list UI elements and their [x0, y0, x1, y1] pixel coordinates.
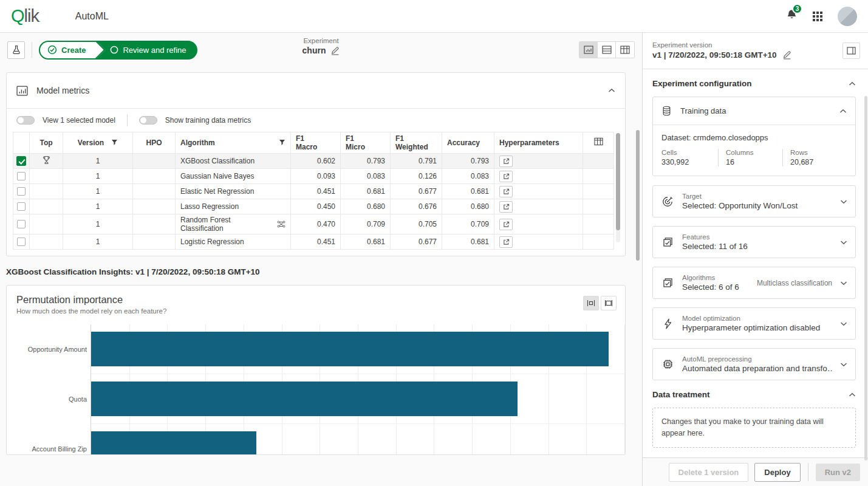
chevron-down-icon[interactable]: [840, 281, 847, 286]
notifications-button[interactable]: 3: [786, 9, 798, 23]
qlik-logo[interactable]: Qlik.: [11, 7, 40, 25]
divider: [808, 463, 808, 481]
edit-pencil-icon[interactable]: [782, 50, 791, 60]
view-selected-model-toggle[interactable]: [16, 116, 35, 125]
algorithm-cell: Random Forest Classification: [176, 214, 291, 234]
chart-expanded-toggle[interactable]: [601, 296, 617, 310]
config-card-value: Hyperparameter optimization disabled: [682, 323, 832, 332]
row-checkbox[interactable]: [17, 238, 26, 246]
algorithm-column-header: Algorithm: [180, 139, 215, 147]
algorithm-cell: Gaussian Naive Bayes: [176, 169, 291, 184]
config-card-note: Multiclass classification: [757, 279, 832, 287]
filler-cell: [583, 154, 614, 169]
f1-micro-cell: 0.793: [341, 154, 391, 169]
category-label: Account Billing Zip: [7, 424, 91, 455]
f1-macro-cell: 0.451: [291, 184, 341, 199]
view-toggle-list[interactable]: [598, 42, 616, 58]
chart-bars-area: [91, 324, 624, 455]
accuracy-cell: 0.709: [442, 214, 494, 234]
show-training-metrics-toggle[interactable]: [139, 116, 157, 125]
row-checkbox[interactable]: [17, 220, 26, 228]
show-training-metrics-label: Show training data metrics: [165, 116, 251, 125]
chart-compact-toggle[interactable]: [583, 296, 599, 310]
edit-pencil-icon[interactable]: [330, 46, 340, 55]
config-card-algorithms[interactable]: AlgorithmsSelected: 6 of 6Multiclass cla…: [652, 267, 856, 299]
algorithm-cell: Logistic Regression: [176, 234, 291, 250]
version-cell: 1: [63, 154, 133, 169]
target-icon: [661, 196, 674, 208]
delete-version-button[interactable]: Delete 1 version: [669, 463, 749, 482]
f1-micro-cell: 0.083: [341, 169, 391, 184]
hpo-cell: [133, 184, 176, 199]
config-card-automl-preprocessing[interactable]: AutoML preprocessingAutomated data prepa…: [652, 348, 856, 380]
f1-micro-cell: 0.681: [341, 234, 391, 250]
accuracy-cell: 0.681: [442, 234, 494, 250]
config-cards: TargetSelected: Opportunity Won/LostFeat…: [652, 185, 856, 380]
row-checkbox[interactable]: [17, 172, 26, 180]
step-create[interactable]: Create: [40, 42, 97, 58]
training-data-card: Training data Dataset: crmdemo.closedopp…: [652, 97, 856, 176]
filler-cell: [583, 214, 614, 234]
training-data-title: Training data: [680, 106, 726, 115]
experiment-flask-button[interactable]: [7, 41, 25, 59]
model-metrics-card: Model metrics View 1 selected model Show…: [6, 72, 626, 256]
bar-chart-icon: [16, 86, 28, 96]
config-card-features[interactable]: FeaturesSelected: 11 of 16: [652, 226, 856, 258]
chart-category-labels: Opportunity AmountQuotaAccount Billing Z…: [7, 324, 91, 455]
accuracy-cell: 0.681: [442, 184, 494, 199]
config-card-model-optimization[interactable]: Model optimizationHyperparameter optimiz…: [652, 307, 856, 340]
column-picker-icon[interactable]: [594, 137, 603, 146]
top-column-header: Top: [30, 132, 63, 154]
apps-grid-icon[interactable]: [812, 11, 823, 22]
chevron-down-icon[interactable]: [840, 321, 847, 326]
table-row: 1Elastic Net Regression0.4510.6810.6770.…: [13, 184, 614, 199]
chevron-down-icon[interactable]: [840, 240, 847, 245]
row-checkbox[interactable]: [17, 187, 26, 196]
version-cell: 1: [63, 234, 133, 250]
hyperparameters-button[interactable]: [499, 201, 513, 213]
main-scrollbar[interactable]: [636, 130, 640, 261]
row-checkbox[interactable]: [17, 202, 26, 211]
run-button[interactable]: Run v2: [816, 464, 860, 481]
top-cell: [30, 214, 63, 234]
deploy-button[interactable]: Deploy: [754, 463, 800, 482]
config-card-value: Selected: Opportunity Won/Lost: [682, 201, 832, 210]
preprocessing-icon: [661, 358, 674, 370]
hyperparameters-button[interactable]: [499, 171, 513, 182]
f1-macro-column-header: F1 Macro: [291, 132, 341, 154]
filter-icon[interactable]: [111, 139, 118, 146]
collapse-panel-button[interactable]: [842, 43, 860, 59]
data-treatment-header: Data treatment: [652, 390, 710, 399]
chevron-up-icon[interactable]: [839, 109, 847, 114]
step-review-and-refine[interactable]: Review and refine: [97, 42, 196, 58]
config-card-target[interactable]: TargetSelected: Opportunity Won/Lost: [652, 185, 856, 217]
hyperparameters-button[interactable]: [499, 156, 513, 167]
algorithm-cell: Lasso Regression: [176, 199, 291, 214]
hyperparameters-cell: [494, 169, 583, 184]
chevron-down-icon[interactable]: [840, 362, 847, 367]
config-card-label: Algorithms: [682, 274, 749, 281]
filter-icon[interactable]: [279, 139, 285, 146]
view-toggle-table[interactable]: [616, 42, 634, 58]
table-scrollbar[interactable]: [616, 133, 620, 242]
chevron-up-icon[interactable]: [849, 392, 856, 397]
row-checkbox[interactable]: [16, 156, 26, 166]
expanded-bars-icon: [604, 299, 613, 307]
chevron-up-icon[interactable]: [849, 81, 856, 86]
hyperparameters-column-header: Hyperparameters: [494, 132, 583, 154]
table-row: 1Random Forest Classification0.4700.7090…: [13, 214, 614, 234]
panel-scrollbar[interactable]: [864, 96, 867, 460]
hyperparameters-button[interactable]: [499, 219, 513, 230]
metrics-table-body: 1XGBoost Classification0.6020.7930.7910.…: [13, 154, 614, 250]
hyperparameters-button[interactable]: [499, 186, 513, 197]
bar-row: [91, 324, 624, 374]
f1-macro-cell: 0.450: [291, 199, 341, 214]
collapse-chevron-up-icon[interactable]: [608, 88, 615, 93]
hyperparameters-button[interactable]: [499, 236, 513, 248]
chevron-down-icon[interactable]: [840, 199, 847, 204]
view-toggle-chart[interactable]: [579, 42, 598, 58]
avatar[interactable]: [838, 7, 857, 26]
f1-micro-cell: 0.681: [341, 184, 391, 199]
hyperparameters-cell: [494, 214, 583, 234]
table-row: 1Logistic Regression0.4510.6810.6770.681: [13, 234, 614, 250]
